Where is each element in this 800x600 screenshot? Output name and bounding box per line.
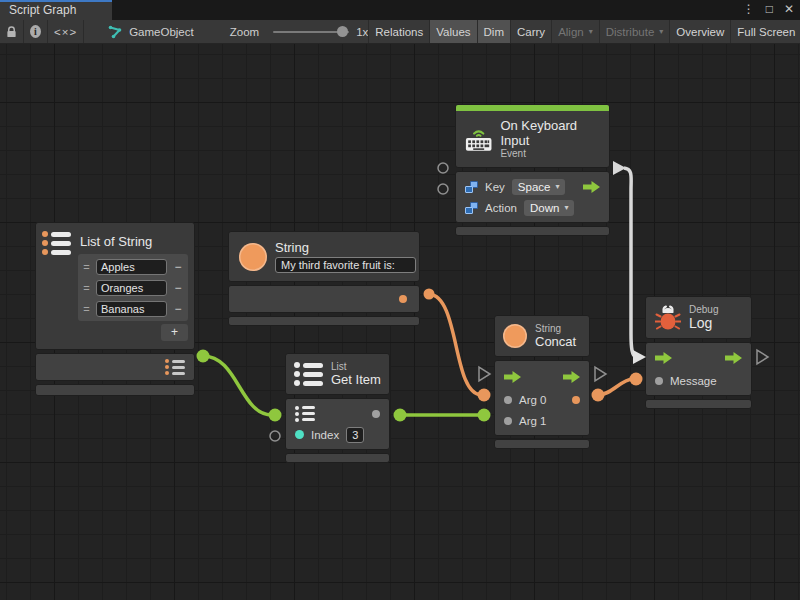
toolbar-button-values[interactable]: Values [430, 20, 477, 43]
wire-endpoint[interactable] [478, 389, 491, 402]
node-on-keyboard-input[interactable]: On Keyboard Input Event Key Space ▾ Acti… [455, 104, 610, 236]
unconnected-port[interactable] [438, 163, 448, 173]
list-item-editor: = Apples − = Oranges − = Bananas − [78, 254, 188, 321]
toolbar: i <×> GameObject Zoom 1x Relations Value… [0, 20, 800, 44]
output-row [229, 286, 419, 312]
node-category: Debug [689, 304, 718, 315]
node-debug-log[interactable]: Debug Log Message [645, 296, 752, 409]
arg1-row: Arg 1 [495, 410, 589, 431]
close-icon[interactable]: ✕ [784, 2, 794, 16]
string-output-port[interactable] [572, 396, 580, 404]
unconnected-flow-port[interactable] [479, 367, 490, 381]
list-icon [294, 362, 323, 386]
arg0-input-port[interactable] [504, 396, 512, 404]
wire-concat-to-log[interactable] [598, 379, 633, 395]
arg1-input-port[interactable] [504, 417, 512, 425]
list-item-row: = Apples − [81, 256, 185, 277]
title-bar: Script Graph ⋮ □ ✕ [0, 0, 800, 20]
toolbar-button-align[interactable]: Align ▾ [552, 20, 600, 43]
toolbar-button-carry[interactable]: Carry [511, 20, 552, 43]
bug-icon [655, 305, 681, 331]
node-get-item[interactable]: List Get Item Index 3 [285, 353, 390, 463]
list-item-field[interactable]: Apples [96, 259, 167, 275]
node-footer [228, 316, 420, 326]
lock-button[interactable] [0, 20, 24, 43]
wire-endpoint[interactable] [394, 409, 407, 422]
string-value-field[interactable]: My third favorite fruit is: [275, 257, 416, 273]
node-concat[interactable]: String Concat Arg 0 Arg 1 [494, 315, 590, 449]
wire-endpoint[interactable] [424, 289, 435, 300]
flow-wire-start-arrow[interactable] [613, 161, 626, 175]
node-title: Get Item [331, 372, 381, 387]
node-title: On Keyboard Input [500, 118, 600, 148]
flow-in-port[interactable] [504, 371, 521, 383]
zoom-label: Zoom [230, 26, 259, 38]
toolbar-button-overview[interactable]: Overview [670, 20, 731, 43]
flow-out-port[interactable] [583, 181, 600, 193]
arg0-row: Arg 0 [495, 389, 589, 410]
gameobject-reference[interactable]: GameObject [106, 20, 196, 43]
list-output-port[interactable] [165, 359, 185, 375]
list-item-field[interactable]: Bananas [96, 301, 167, 317]
zoom-slider[interactable] [273, 31, 349, 33]
wire-flow-keyboard-to-log[interactable] [624, 168, 636, 357]
tab-script-graph[interactable]: Script Graph [0, 0, 112, 20]
toolbar-button-distribute[interactable]: Distribute ▾ [600, 20, 671, 43]
node-list-of-string[interactable]: List of String = Apples − = Oranges − [35, 222, 195, 396]
maximize-icon[interactable]: □ [766, 2, 773, 16]
node-footer [645, 399, 752, 409]
node-title: String [275, 240, 416, 255]
wire-list-to-getitem[interactable] [203, 356, 272, 415]
code-preview-button[interactable]: <×> [48, 20, 84, 43]
toolbar-button-dim[interactable]: Dim [478, 20, 511, 43]
lock-icon [6, 25, 17, 39]
menu-icon[interactable]: ⋮ [743, 2, 755, 16]
chevron-down-icon: ▾ [589, 27, 593, 36]
flow-out-port[interactable] [725, 352, 742, 364]
item-output-port[interactable] [372, 410, 380, 418]
list-item-row: = Bananas − [81, 298, 185, 319]
wire-string-to-concat[interactable] [429, 294, 481, 395]
string-type-icon [239, 243, 267, 271]
wire-endpoint[interactable] [197, 350, 210, 363]
zoom-slider-knob[interactable] [337, 26, 348, 37]
remove-item-button[interactable]: − [171, 281, 185, 295]
node-footer [35, 384, 195, 396]
unconnected-port[interactable] [438, 184, 448, 194]
node-title: Log [689, 315, 718, 331]
drag-handle[interactable]: = [81, 261, 92, 273]
list-item-row: = Oranges − [81, 277, 185, 298]
drag-handle[interactable]: = [81, 303, 92, 315]
string-output-port[interactable] [399, 295, 407, 303]
string-type-icon [503, 324, 527, 348]
wire-endpoint[interactable] [592, 389, 605, 402]
node-string-literal[interactable]: String My third favorite fruit is: [228, 231, 420, 326]
index-input-port[interactable] [295, 430, 304, 439]
drag-handle[interactable]: = [81, 282, 92, 294]
info-button[interactable]: i [24, 20, 48, 43]
message-row: Message [646, 370, 751, 392]
flow-row [646, 346, 751, 370]
graph-canvas[interactable]: On Keyboard Input Event Key Space ▾ Acti… [0, 44, 800, 600]
add-item-button[interactable]: + [161, 324, 188, 341]
unconnected-port[interactable] [270, 431, 280, 441]
wire-endpoint[interactable] [478, 409, 491, 422]
list-input-port[interactable] [295, 406, 315, 422]
unconnected-flow-port[interactable] [757, 350, 768, 364]
action-dropdown[interactable]: Down ▾ [524, 200, 574, 216]
remove-item-button[interactable]: − [171, 260, 185, 274]
list-item-field[interactable]: Oranges [96, 280, 167, 296]
toolbar-button-fullscreen[interactable]: Full Screen [731, 20, 800, 43]
message-input-port[interactable] [655, 377, 663, 385]
flow-in-port[interactable] [655, 352, 672, 364]
index-value-field[interactable]: 3 [346, 427, 364, 443]
remove-item-button[interactable]: − [171, 302, 185, 316]
gameobject-label: GameObject [129, 26, 194, 38]
wire-endpoint[interactable] [630, 373, 643, 386]
wire-endpoint[interactable] [269, 409, 282, 422]
unconnected-flow-port[interactable] [595, 367, 606, 381]
toolbar-button-relations[interactable]: Relations [369, 20, 430, 43]
flow-out-port[interactable] [563, 371, 580, 383]
script-graph-icon [108, 25, 123, 39]
key-dropdown[interactable]: Space ▾ [512, 179, 566, 195]
